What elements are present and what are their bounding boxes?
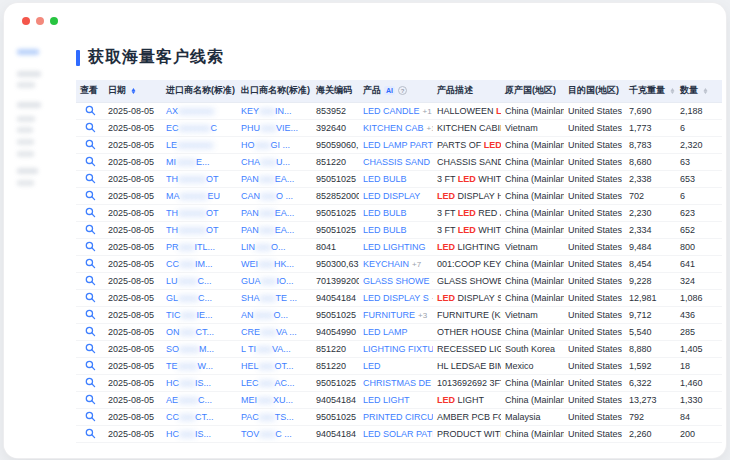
sidebar-item[interactable] [17, 180, 34, 186]
product-cell[interactable]: LED BULB [359, 170, 433, 187]
exporter-name[interactable]: LIN [241, 242, 255, 252]
product-cell[interactable]: FURNITURE+3 [359, 306, 433, 323]
product-cell[interactable]: LED LAMP PART [359, 136, 433, 153]
exporter-cell[interactable]: PANxxxxEA... [237, 204, 312, 221]
product-link[interactable]: LED BULB [363, 208, 407, 218]
sort-icon[interactable]: ▲▼ [703, 88, 708, 94]
exporter-cell[interactable]: HELxxxxOT... [237, 357, 312, 374]
sidebar-item[interactable] [17, 116, 35, 122]
importer-cell[interactable]: ECxxxxxxxxC [162, 119, 237, 136]
magnifier-icon[interactable] [85, 292, 96, 303]
importer-name[interactable]: LE [166, 140, 177, 150]
importer-cell[interactable]: PRxxxxITL... [162, 238, 237, 255]
product-link[interactable]: KITCHEN CAB [363, 123, 424, 133]
importer-name[interactable]: SO [166, 344, 179, 354]
importer-cell[interactable]: MIxxxxxE... [162, 153, 237, 170]
product-cell[interactable]: KEYCHAIN+7 [359, 255, 433, 272]
exporter-name[interactable]: HO [241, 140, 255, 150]
exporter-cell[interactable]: PANxxxxEA... [237, 221, 312, 238]
importer-name[interactable]: TH [166, 208, 178, 218]
column-header-importer[interactable]: 进口商名称(标准)▲▼ [162, 80, 237, 102]
importer-cell[interactable]: AExxxxxC... [162, 391, 237, 408]
exporter-cell[interactable]: WEIxxxxHK... [237, 255, 312, 272]
help-icon[interactable]: ? [398, 86, 407, 95]
exporter-name[interactable]: WEI [241, 259, 258, 269]
exporter-cell[interactable]: HOxxxxGI ... [237, 136, 312, 153]
product-link[interactable]: LED LIGHTING [363, 242, 426, 252]
product-cell[interactable]: PRINTED CIRCUIT B [359, 408, 433, 425]
exporter-name[interactable]: MEI [241, 395, 257, 405]
product-link[interactable]: LED SOLAR PATHW [363, 429, 433, 439]
product-cell[interactable]: LED LIGHTING [359, 238, 433, 255]
product-cell[interactable]: LED CANDLE+1 [359, 102, 433, 119]
magnifier-icon[interactable] [85, 343, 96, 354]
magnifier-icon[interactable] [85, 156, 96, 167]
exporter-name[interactable]: TOV [241, 429, 259, 439]
product-link[interactable]: KEYCHAIN [363, 259, 409, 269]
importer-cell[interactable]: CCxxxxCT... [162, 408, 237, 425]
exporter-name[interactable]: PAC [241, 412, 259, 422]
product-link[interactable]: CHRISTMAS DE [363, 378, 431, 388]
exporter-cell[interactable]: TOVxxxxC ... [237, 425, 312, 442]
exporter-name[interactable]: PAN [241, 174, 259, 184]
exporter-cell[interactable]: MEIxxxxXU... [237, 391, 312, 408]
importer-name[interactable]: MI [166, 157, 176, 167]
product-link[interactable]: LED DISPLAY [363, 191, 420, 201]
exporter-cell[interactable]: CANxxxxO ... [237, 187, 312, 204]
magnifier-icon[interactable] [85, 190, 96, 201]
product-cell[interactable]: GLASS SHOWE+2 [359, 272, 433, 289]
importer-cell[interactable]: GLxxxxxC... [162, 289, 237, 306]
exporter-cell[interactable]: PANxxxxEA... [237, 170, 312, 187]
product-cell[interactable]: LED BULB [359, 221, 433, 238]
column-header-exporter[interactable]: 出口商名称(标准)▲▼ [237, 80, 312, 102]
exporter-cell[interactable]: PACxxxxTS... [237, 408, 312, 425]
exporter-name[interactable]: GUA [241, 276, 261, 286]
column-header-weight[interactable]: 千克重量▲▼ [625, 80, 676, 102]
exporter-cell[interactable]: PHUxxxxVIE... [237, 119, 312, 136]
product-link[interactable]: LED DISPLAY S [363, 293, 429, 303]
importer-name[interactable]: TH [166, 174, 178, 184]
importer-cell[interactable]: THxxxxxxxOT [162, 204, 237, 221]
importer-cell[interactable]: SOxxxxxM... [162, 340, 237, 357]
exporter-cell[interactable]: LINxxxxO... [237, 238, 312, 255]
product-cell[interactable]: LIGHTING FIXTURE [359, 340, 433, 357]
importer-name[interactable]: TH [166, 225, 178, 235]
exporter-name[interactable]: PHU [241, 123, 260, 133]
sort-icon[interactable]: ▲▼ [670, 88, 675, 94]
product-link[interactable]: GLASS SHOWE [363, 276, 430, 286]
product-cell[interactable]: LED LAMP [359, 323, 433, 340]
importer-cell[interactable]: TICxxxxIE... [162, 306, 237, 323]
magnifier-icon[interactable] [85, 105, 96, 116]
exporter-name[interactable]: SHA [241, 293, 260, 303]
product-cell[interactable]: LED BULB [359, 204, 433, 221]
sidebar-item[interactable] [17, 151, 34, 157]
product-cell[interactable]: LED SOLAR PATHW [359, 425, 433, 442]
product-link[interactable]: LED CANDLE [363, 106, 420, 116]
importer-name[interactable]: LU [166, 276, 178, 286]
importer-name[interactable]: CC [166, 259, 179, 269]
product-link[interactable]: FURNITURE [363, 310, 415, 320]
product-link[interactable]: PRINTED CIRCUIT B [363, 412, 433, 422]
exporter-name[interactable]: CHA [241, 157, 260, 167]
magnifier-icon[interactable] [85, 258, 96, 269]
sidebar-item[interactable] [17, 71, 41, 77]
importer-name[interactable]: MA [166, 191, 180, 201]
exporter-cell[interactable]: ANxxxxxO... [237, 306, 312, 323]
magnifier-icon[interactable] [85, 428, 96, 439]
sidebar-item[interactable] [17, 49, 39, 55]
importer-name[interactable]: CC [166, 412, 179, 422]
importer-name[interactable]: TE [166, 361, 178, 371]
product-link[interactable]: LED BULB [363, 174, 407, 184]
importer-cell[interactable]: ONxxxxCT... [162, 323, 237, 340]
exporter-name[interactable]: L TI [241, 344, 256, 354]
sort-icon[interactable]: ▲▼ [131, 88, 136, 94]
magnifier-icon[interactable] [85, 275, 96, 286]
product-link[interactable]: LIGHTING FIXTURE [363, 344, 433, 354]
importer-cell[interactable]: THxxxxxxxOT [162, 170, 237, 187]
magnifier-icon[interactable] [85, 139, 96, 150]
product-cell[interactable]: LED DISPLAY S+4 [359, 289, 433, 306]
column-header-qty[interactable]: 数量▲▼ [676, 80, 722, 102]
exporter-name[interactable]: PAN [241, 208, 259, 218]
importer-cell[interactable]: MAxxxxxxxEU [162, 187, 237, 204]
exporter-name[interactable]: AN [241, 310, 254, 320]
